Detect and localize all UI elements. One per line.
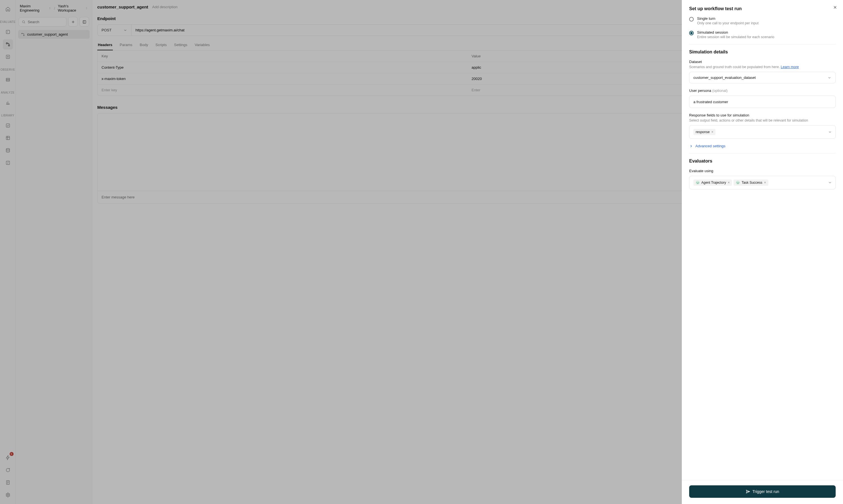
close-button[interactable] bbox=[833, 5, 837, 10]
learn-more-link[interactable]: Learn more bbox=[781, 65, 799, 69]
radio-title: Single turn bbox=[697, 16, 759, 21]
drawer: Set up workflow test run Single turn Onl… bbox=[682, 0, 843, 504]
radio-icon bbox=[689, 17, 694, 21]
radio-sub: Only one call to your endpoint per input bbox=[697, 21, 759, 25]
close-icon bbox=[833, 5, 837, 10]
chevron-right-icon bbox=[689, 144, 693, 148]
trigger-button-label: Trigger test run bbox=[753, 489, 779, 494]
evaluators-title: Evaluators bbox=[689, 159, 836, 164]
response-fields-label: Response fields to use for simulation bbox=[689, 113, 836, 117]
simulation-details-title: Simulation details bbox=[689, 50, 836, 55]
check-dot-icon bbox=[696, 181, 700, 184]
response-fields-helper: Select output field, actions or other de… bbox=[689, 119, 836, 122]
trigger-test-run-button[interactable]: Trigger test run bbox=[689, 485, 836, 498]
radio-simulated-session[interactable]: Simulated session Entire session will be… bbox=[689, 30, 836, 39]
evaluate-using-label: Evaluate using bbox=[689, 169, 836, 173]
chevron-down-icon bbox=[828, 130, 832, 134]
chip-remove-button[interactable]: × bbox=[727, 181, 730, 184]
advanced-settings-label: Advanced settings bbox=[696, 144, 725, 148]
persona-input[interactable]: a frustrated customer bbox=[689, 95, 836, 108]
response-fields-select[interactable]: response × bbox=[689, 125, 836, 139]
radio-icon bbox=[689, 31, 694, 35]
chip-label: Task Success bbox=[741, 181, 762, 184]
chip: response × bbox=[693, 129, 716, 135]
persona-value: a frustrated customer bbox=[693, 100, 728, 104]
chevron-down-icon bbox=[828, 181, 832, 184]
advanced-settings-toggle[interactable]: Advanced settings bbox=[689, 144, 836, 148]
dataset-helper: Scenarios and ground truth could be popu… bbox=[689, 65, 836, 69]
chip-remove-button[interactable]: × bbox=[764, 181, 766, 184]
modal-overlay[interactable]: Set up workflow test run Single turn Onl… bbox=[0, 0, 843, 504]
radio-sub: Entire session will be simulated for eac… bbox=[697, 35, 774, 39]
radio-single-turn[interactable]: Single turn Only one call to your endpoi… bbox=[689, 16, 836, 25]
dataset-label: Dataset bbox=[689, 60, 836, 64]
evaluate-using-select[interactable]: Agent Trajectory × Task Success × bbox=[689, 176, 836, 190]
chip-remove-button[interactable]: × bbox=[711, 130, 713, 134]
chip: Agent Trajectory × bbox=[693, 180, 732, 186]
send-icon bbox=[746, 489, 750, 494]
check-dot-icon bbox=[736, 181, 740, 184]
dataset-select[interactable]: customer_support_evaluation_dataset bbox=[689, 72, 836, 84]
drawer-title: Set up workflow test run bbox=[689, 6, 836, 11]
chip-label: Agent Trajectory bbox=[701, 181, 726, 184]
persona-label: User persona (optional) bbox=[689, 89, 836, 93]
chevron-down-icon bbox=[827, 76, 831, 80]
radio-title: Simulated session bbox=[697, 30, 774, 35]
chip-label: response bbox=[696, 130, 709, 134]
dataset-value: customer_support_evaluation_dataset bbox=[693, 75, 756, 80]
chip: Task Success × bbox=[734, 180, 768, 186]
